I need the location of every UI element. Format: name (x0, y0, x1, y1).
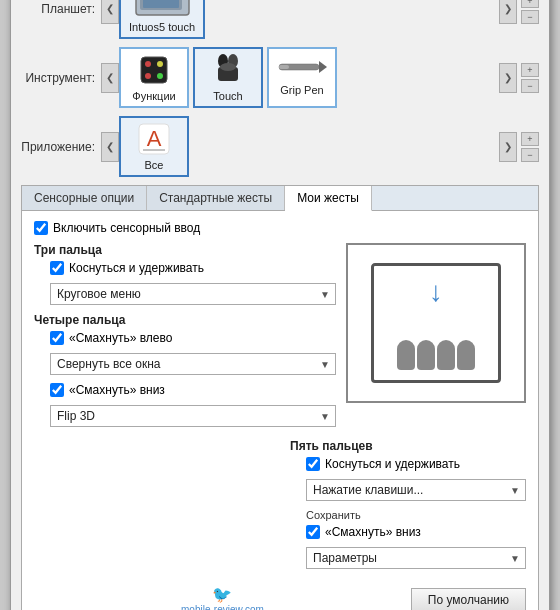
four-fingers-swipe-left-dropdown-wrapper: Свернуть все окна ▼ (50, 353, 336, 375)
finger-2 (417, 340, 435, 370)
app-devices: A Все (119, 116, 499, 177)
tablet-item-intuos5[interactable]: Intuos5 touch (119, 0, 205, 39)
app-next-button[interactable]: ❯ (499, 132, 517, 162)
tab-my-gestures[interactable]: Мои жесты (285, 186, 372, 211)
five-fingers-swipe-down-label: «Смахнуть» вниз (325, 525, 421, 539)
tool-item-functions[interactable]: Функции (119, 47, 189, 108)
svg-rect-3 (141, 57, 167, 83)
three-fingers-dropdown[interactable]: Круговое меню (50, 283, 336, 305)
default-button[interactable]: По умолчанию (411, 588, 526, 610)
content-area: Планшет: ❮ Intuos5 touch ❯ + − (11, 0, 549, 610)
tablet-label: Планшет: (21, 2, 101, 16)
preview-fingers (397, 340, 475, 370)
tablet-prev-button[interactable]: ❮ (101, 0, 119, 24)
three-fingers-touch-hold-checkbox[interactable] (50, 261, 64, 275)
five-fingers-touch-hold-row: Коснуться и удерживать (306, 457, 526, 471)
three-fingers-touch-hold-label: Коснуться и удерживать (69, 261, 204, 275)
three-fingers-subsection: Коснуться и удерживать Круговое меню ▼ (50, 261, 336, 305)
four-fingers-swipe-left-checkbox[interactable] (50, 331, 64, 345)
enable-sensor-row: Включить сенсорный ввод (34, 221, 526, 235)
tool-next-button[interactable]: ❯ (499, 63, 517, 93)
finger-1 (397, 340, 415, 370)
watermark-area: 🐦 mobile-review.com (34, 585, 411, 610)
tab-content-my-gestures: Включить сенсорный ввод Три пальца Косну… (22, 211, 538, 610)
five-fingers-swipe-down-dropdown-wrapper: Параметры ▼ (306, 547, 526, 569)
left-panel: Три пальца Коснуться и удерживать Кругов… (34, 243, 336, 435)
tablet-remove-button[interactable]: − (521, 10, 539, 24)
enable-sensor-label: Включить сенсорный ввод (53, 221, 200, 235)
app-all-label: Все (145, 159, 164, 171)
tool-row: Инструмент: ❮ Функции (21, 47, 539, 108)
functions-icon (137, 53, 171, 90)
four-fingers-swipe-down-label: «Смахнуть» вниз (69, 383, 165, 397)
tab-sensor[interactable]: Сенсорные опции (22, 186, 147, 210)
app-add-button[interactable]: + (521, 132, 539, 146)
watermark-text: mobile-review.com (34, 604, 411, 610)
five-fingers-swipe-down-row: «Смахнуть» вниз (306, 525, 526, 539)
four-fingers-swipe-down-checkbox[interactable] (50, 383, 64, 397)
svg-rect-2 (143, 0, 179, 8)
svg-rect-14 (279, 65, 289, 69)
five-fingers-touch-hold-checkbox[interactable] (306, 457, 320, 471)
tool-add-button[interactable]: + (521, 63, 539, 77)
tabs-container: Сенсорные опции Стандартные жесты Мои же… (21, 185, 539, 610)
three-fingers-title: Три пальца (34, 243, 336, 257)
finger-3 (437, 340, 455, 370)
five-fingers-swipe-down-dropdown[interactable]: Параметры (306, 547, 526, 569)
app-remove-button[interactable]: − (521, 148, 539, 162)
four-fingers-swipe-left-dropdown[interactable]: Свернуть все окна (50, 353, 336, 375)
preview-inner: ↓ (371, 263, 501, 383)
tablet-row: Планшет: ❮ Intuos5 touch ❯ + − (21, 0, 539, 39)
tool-devices: Функции Touch (119, 47, 499, 108)
three-fingers-section: Три пальца Коснуться и удерживать Кругов… (34, 243, 336, 305)
four-fingers-swipe-down-row: «Смахнуть» вниз (50, 383, 336, 397)
app-row: Приложение: ❮ A Все ❯ + − (21, 116, 539, 177)
five-fingers-touch-hold-dropdown-wrapper: Нажатие клавиши... ▼ (306, 479, 526, 501)
enable-sensor-checkbox[interactable] (34, 221, 48, 235)
svg-point-11 (220, 63, 236, 71)
preview-arrow-icon: ↓ (429, 276, 443, 308)
svg-point-4 (145, 61, 151, 67)
svg-marker-13 (319, 61, 327, 73)
tablet-device-icon (135, 0, 190, 19)
watermark-row: 🐦 mobile-review.com По умолчанию (34, 585, 526, 610)
four-fingers-subsection: «Смахнуть» влево Свернуть все окна ▼ (50, 331, 336, 427)
app-prev-button[interactable]: ❮ (101, 132, 119, 162)
five-fingers-subsection: Коснуться и удерживать Нажатие клавиши..… (306, 457, 526, 569)
app-item-all[interactable]: A Все (119, 116, 189, 177)
tool-item-grip-pen[interactable]: Grip Pen (267, 47, 337, 108)
touch-icon (211, 53, 245, 90)
tab-standard[interactable]: Стандартные жесты (147, 186, 285, 210)
tool-label: Инструмент: (21, 71, 101, 85)
tablet-devices: Intuos5 touch (119, 0, 499, 39)
tool-remove-button[interactable]: − (521, 79, 539, 93)
five-fingers-touch-hold-dropdown[interactable]: Нажатие клавиши... (306, 479, 526, 501)
tablet-device-name: Intuos5 touch (129, 21, 195, 33)
tool-grip-pen-label: Grip Pen (280, 84, 323, 96)
five-fingers-col: Пять пальцев Коснуться и удерживать Нажа… (290, 439, 526, 577)
tablet-next-button[interactable]: ❯ (499, 0, 517, 24)
app-all-icon: A (137, 122, 171, 159)
five-fingers-touch-hold-label: Коснуться и удерживать (325, 457, 460, 471)
gesture-preview: ↓ (346, 243, 526, 403)
four-fingers-section: Четыре пальца «Смахнуть» влево Свернуть … (34, 313, 336, 427)
grip-pen-icon (277, 53, 327, 84)
five-fingers-row: Пять пальцев Коснуться и удерживать Нажа… (34, 439, 526, 577)
five-fingers-save-label: Сохранить (306, 509, 526, 521)
four-fingers-swipe-down-dropdown[interactable]: Flip 3D (50, 405, 336, 427)
five-fingers-title: Пять пальцев (290, 439, 526, 453)
main-content: Три пальца Коснуться и удерживать Кругов… (34, 243, 526, 435)
app-label: Приложение: (21, 140, 101, 154)
tool-prev-button[interactable]: ❮ (101, 63, 119, 93)
tool-item-touch[interactable]: Touch (193, 47, 263, 108)
tabs-header: Сенсорные опции Стандартные жесты Мои же… (22, 186, 538, 211)
five-fingers-swipe-down-checkbox[interactable] (306, 525, 320, 539)
watermark-bird-icon: 🐦 (34, 585, 411, 604)
finger-4 (457, 340, 475, 370)
tablet-add-button[interactable]: + (521, 0, 539, 8)
main-window: Свойства планшета Wacom ─ □ ✕ Планшет: ❮ (10, 0, 550, 610)
app-side-buttons: + − (521, 132, 539, 162)
four-fingers-swipe-left-label: «Смахнуть» влево (69, 331, 172, 345)
tool-side-buttons: + − (521, 63, 539, 93)
five-fingers-section (34, 439, 270, 577)
